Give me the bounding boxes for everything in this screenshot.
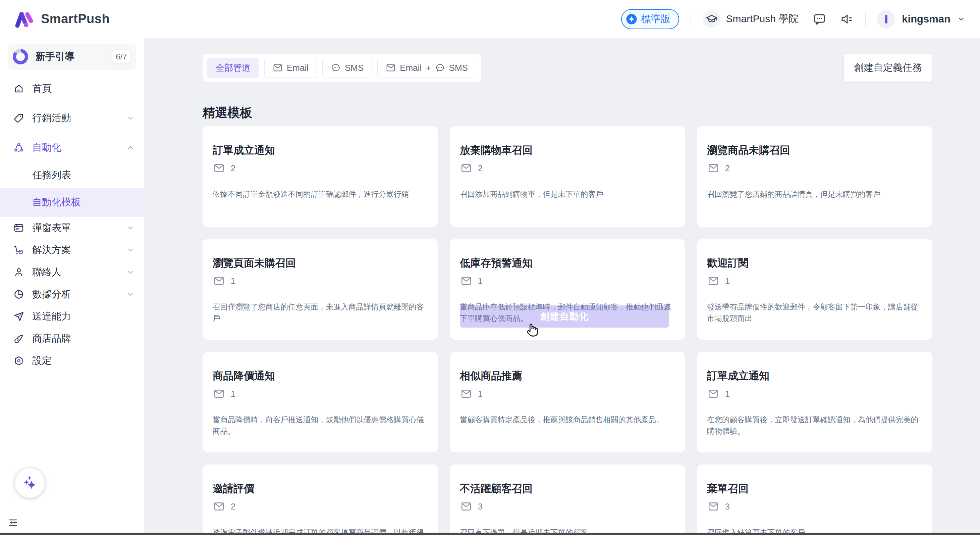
brand-logo[interactable]: SmartPush (15, 10, 110, 28)
template-card-similar-products[interactable]: 相似商品推薦 1 當顧客購買特定產品後，推薦與該商品銷售相關的其他產品。 (450, 352, 685, 452)
template-card-browse-product-recall[interactable]: 瀏覽商品未購召回 2 召回瀏覽了您店鋪的商品詳情頁，但是未購買的客戶 (697, 126, 932, 227)
filter-tab-email-sms[interactable]: Email + SMS (377, 58, 476, 78)
section-title: 精選模板 (202, 105, 980, 120)
template-card-low-stock-alert[interactable]: 低庫存預警通知 1 當商品庫存低於預設標準時，郵件自動通知顧客，推動他們迅速下單… (450, 239, 685, 340)
card-channel-row: 1 (460, 275, 675, 287)
header-divider (690, 11, 691, 27)
sidebar-item-analytics[interactable]: 數據分析 (0, 283, 144, 305)
sidebar-item-label: 彈窗表單 (32, 221, 71, 235)
create-custom-task-button[interactable]: 創建自定義任務 (843, 54, 932, 82)
template-card-browse-page-recall[interactable]: 瀏覽頁面未購召回 1 召回僅瀏覽了您商店的任意頁面，未進入商品詳情頁就離開的客戶 (202, 239, 438, 340)
filter-tab-label: Email (400, 63, 422, 73)
filter-tab-all-channels[interactable]: 全部管道 (207, 58, 259, 78)
mail-icon (707, 275, 720, 287)
academy-link[interactable]: SmartPush 學院 (703, 10, 799, 28)
card-description: 在您的顧客購買後，立即發送訂單確認通知，為他們提供完美的購物體驗。 (707, 414, 922, 437)
sidebar-item-solutions[interactable]: 解決方案 (0, 239, 144, 261)
card-channel-row: 2 (213, 501, 428, 512)
template-card-review-invitation[interactable]: 邀請評價 2 透過電子郵件邀請近期完成訂單的顧客填寫商品評價，以此獲得 (202, 465, 438, 535)
template-card-inactive-customer-recall[interactable]: 不活躍顧客召回 3 召回有下過單，但是近期未下單的顧客 (450, 465, 685, 535)
horizontal-scrollbar[interactable] (0, 533, 980, 535)
user-name: kingsman (902, 13, 950, 25)
contacts-icon (13, 267, 24, 278)
chevron-down-icon (126, 114, 135, 122)
template-card-abandoned-cart[interactable]: 放棄購物車召回 2 召回添加商品到購物車，但是未下單的客戶 (450, 126, 685, 227)
mail-icon (213, 501, 225, 512)
onboarding-card[interactable]: 新手引導 6/7 (8, 44, 136, 70)
card-title: 相似商品推薦 (460, 369, 675, 383)
mail-icon (386, 63, 396, 73)
sidebar-item-home[interactable]: 首頁 (0, 74, 144, 103)
card-channel-row: 1 (707, 275, 922, 287)
filter-tab-sms[interactable]: SMS (322, 58, 372, 78)
mail-icon (460, 501, 473, 512)
template-card-order-confirmation-2[interactable]: 訂單成立通知 1 在您的顧客購買後，立即發送訂單確認通知，為他們提供完美的購物體… (697, 352, 932, 452)
cart-clock-icon (13, 245, 24, 256)
filter-tab-label: SMS (449, 63, 468, 73)
top-header: SmartPush 標準版 SmartPush 學院 (0, 0, 980, 38)
sidebar-item-campaigns[interactable]: 行銷活動 (0, 103, 144, 133)
sidebar-item-contacts[interactable]: 聯絡人 (0, 261, 144, 283)
ai-assistant-button[interactable] (15, 468, 45, 498)
card-title: 邀請評價 (213, 482, 428, 495)
chevron-down-icon (126, 224, 135, 232)
sidebar-item-automation-templates[interactable]: 自動化模板 (0, 188, 144, 217)
home-icon (13, 83, 24, 94)
sidebar-item-label: 數據分析 (32, 287, 71, 301)
mail-icon (707, 501, 720, 512)
card-description: 依據不同訂單金額發送不同的訂單確認郵件，進行分眾行銷 (213, 188, 428, 200)
filter-tab-label: SMS (345, 63, 364, 73)
email-count: 2 (478, 163, 483, 173)
sidebar-item-deliverability[interactable]: 送達能力 (0, 305, 144, 327)
feedback-icon[interactable] (813, 13, 826, 26)
sidebar-item-settings[interactable]: 設定 (0, 350, 144, 372)
smartpush-logo-icon (15, 10, 34, 28)
sidebar-item-label: 送達能力 (32, 310, 71, 323)
sidebar-item-label: 任務列表 (32, 168, 71, 182)
chevron-down-icon (126, 246, 135, 254)
sidebar-item-popup-forms[interactable]: 彈窗表單 (0, 217, 144, 239)
avatar (877, 10, 895, 28)
filter-tab-label: Email (287, 63, 309, 73)
card-channel-row: 1 (213, 388, 428, 399)
template-card-price-drop[interactable]: 商品降價通知 1 當商品降價時，向客戶推送通知，鼓勵他們以優惠價格購買心儀商品。 (202, 352, 438, 452)
mail-icon (460, 163, 473, 174)
card-description: 當商品降價時，向客戶推送通知，鼓勵他們以優惠價格購買心儀商品。 (213, 414, 428, 437)
card-channel-row: 2 (213, 163, 428, 174)
collapse-sidebar-icon[interactable] (8, 517, 18, 528)
filter-tab-email[interactable]: Email (264, 58, 317, 78)
plan-badge[interactable]: 標準版 (621, 9, 679, 29)
user-menu[interactable]: kingsman (877, 10, 965, 28)
card-title: 瀏覽商品未購召回 (707, 144, 922, 157)
header-divider-2 (865, 11, 865, 27)
card-title: 棄單召回 (707, 482, 922, 495)
sidebar-item-task-list[interactable]: 任務列表 (0, 163, 144, 188)
pie-chart-icon (13, 289, 24, 300)
template-card-welcome-subscribe[interactable]: 歡迎訂閱 1 發送帶有品牌個性的歡迎郵件，令顧客留下第一印象，讓店舖從市場脫穎而… (697, 239, 932, 340)
sms-bubble-icon (331, 63, 341, 73)
chevron-down-icon (957, 15, 965, 23)
card-title: 商品降價通知 (213, 369, 428, 383)
create-automation-hover-button[interactable]: 創建自動化 (460, 305, 669, 327)
card-channel-row: 3 (707, 501, 922, 512)
email-count: 2 (231, 163, 235, 173)
mail-icon (460, 388, 473, 399)
sidebar-item-store-brand[interactable]: 商店品牌 (0, 327, 144, 350)
toolbar: 全部管道 Email SMS Email + SMS 創建自 (202, 54, 932, 82)
card-description: 召回僅瀏覽了您商店的任意頁面，未進入商品詳情頁就離開的客戶 (213, 302, 428, 324)
create-automation-label: 創建自動化 (540, 310, 589, 323)
onboarding-label: 新手引導 (35, 50, 112, 64)
card-channel-row: 2 (460, 163, 675, 174)
plus-separator: + (426, 63, 431, 73)
email-count: 1 (478, 276, 483, 286)
sidebar-item-automation[interactable]: 自動化 (0, 133, 144, 163)
automation-icon (13, 142, 24, 153)
header-actions: 標準版 SmartPush 學院 kingsman (621, 9, 965, 29)
template-card-checkout-abandonment[interactable]: 棄單召回 3 召回進入結算頁未下單的客戶 (697, 465, 932, 535)
paintbrush-icon (13, 333, 24, 344)
template-card-order-confirmation[interactable]: 訂單成立通知 2 依據不同訂單金額發送不同的訂單確認郵件，進行分眾行銷 (202, 126, 438, 227)
email-count: 1 (231, 276, 235, 286)
card-channel-row: 3 (460, 501, 675, 512)
chevron-down-icon (126, 268, 135, 276)
announcement-icon[interactable] (840, 13, 854, 26)
